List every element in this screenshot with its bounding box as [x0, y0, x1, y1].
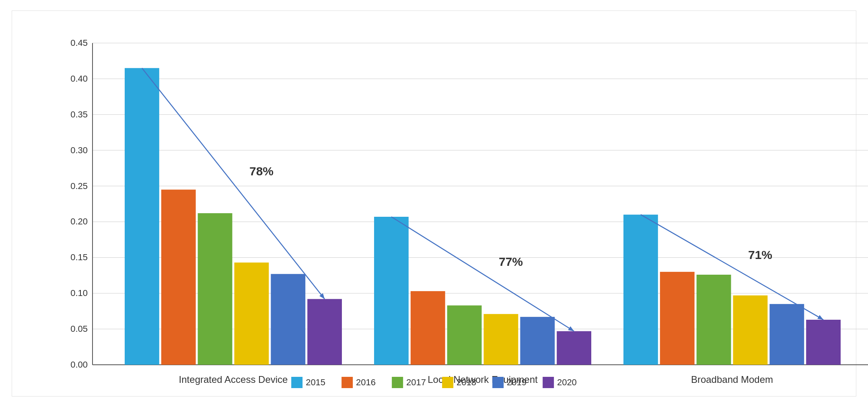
legend-item-2019: 2019	[492, 377, 527, 388]
bar-broadband-modem-2020	[806, 320, 841, 365]
legend-label-2019: 2019	[507, 377, 527, 388]
legend-item-2020: 2020	[543, 377, 577, 388]
svg-text:0.10: 0.10	[70, 288, 88, 298]
legend-item-2017: 2017	[392, 377, 426, 388]
bar-integrated-access-device-2016	[161, 189, 196, 365]
legend-swatch-2017	[392, 377, 403, 388]
legend-swatch-2019	[492, 377, 504, 388]
legend-label-2016: 2016	[356, 377, 376, 388]
bar-integrated-access-device-2017	[198, 213, 232, 365]
svg-text:0.45: 0.45	[70, 38, 88, 48]
annotation-text-2: 71%	[748, 248, 772, 261]
chart-area: 0.000.050.100.150.200.250.300.350.400.45…	[52, 27, 832, 348]
bar-broadband-modem-2015	[623, 215, 658, 365]
chart-container: 0.000.050.100.150.200.250.300.350.400.45…	[12, 10, 856, 397]
legend-label-2018: 2018	[457, 377, 476, 388]
svg-text:0.05: 0.05	[70, 324, 88, 334]
annotation-arrowhead-2	[817, 315, 823, 320]
legend-item-2016: 2016	[341, 377, 376, 388]
bar-integrated-access-device-2018	[234, 263, 269, 365]
legend-swatch-2015	[291, 377, 302, 388]
legend-label-2020: 2020	[557, 377, 577, 388]
bar-local-network-equipment-2018	[484, 314, 518, 365]
svg-text:0.25: 0.25	[70, 181, 88, 191]
legend-swatch-2018	[442, 377, 453, 388]
legend-item-2015: 2015	[291, 377, 325, 388]
group-label-0: Integrated Access Device	[179, 374, 288, 385]
svg-text:0.15: 0.15	[70, 252, 88, 262]
bar-integrated-access-device-2020	[307, 299, 342, 365]
bar-local-network-equipment-2017	[447, 305, 482, 365]
bar-local-network-equipment-2015	[374, 217, 409, 365]
legend-label-2017: 2017	[406, 377, 426, 388]
legend-swatch-2016	[341, 377, 353, 388]
legend-swatch-2020	[543, 377, 554, 388]
svg-text:0.00: 0.00	[70, 360, 88, 370]
bar-broadband-modem-2019	[769, 304, 804, 365]
bar-local-network-equipment-2016	[411, 291, 445, 365]
svg-text:0.20: 0.20	[70, 216, 88, 226]
bar-local-network-equipment-2020	[557, 331, 591, 365]
annotation-text-1: 77%	[499, 255, 523, 268]
svg-text:0.35: 0.35	[70, 109, 88, 119]
bar-integrated-access-device-2019	[271, 274, 305, 365]
bar-broadband-modem-2017	[697, 275, 731, 365]
bar-integrated-access-device-2015	[125, 68, 159, 365]
legend-item-2018: 2018	[442, 377, 476, 388]
bar-broadband-modem-2016	[660, 272, 695, 365]
bar-broadband-modem-2018	[733, 296, 768, 365]
legend-label-2015: 2015	[306, 377, 325, 388]
svg-text:0.40: 0.40	[70, 74, 88, 84]
group-label-2: Broadband Modem	[691, 374, 773, 385]
annotation-text-0: 78%	[249, 164, 274, 178]
legend: 201520162017201820192020	[291, 377, 577, 388]
svg-text:0.30: 0.30	[70, 145, 88, 155]
bar-local-network-equipment-2019	[520, 317, 555, 365]
annotation-arrowhead-1	[568, 326, 574, 331]
chart-svg: 0.000.050.100.150.200.250.300.350.400.45…	[52, 27, 868, 407]
